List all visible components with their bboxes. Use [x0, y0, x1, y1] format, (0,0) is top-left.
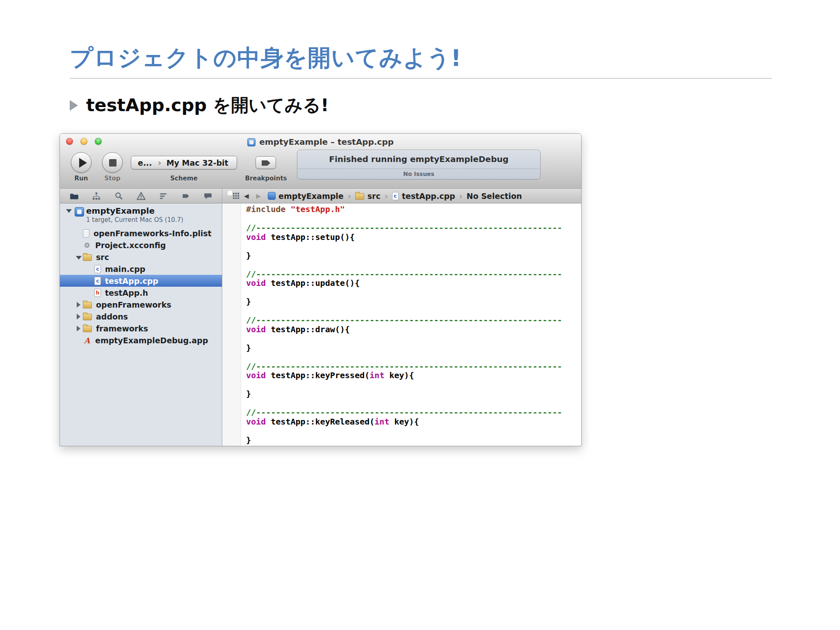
sidebar-item[interactable]: openFrameworks-Info.plist: [60, 227, 222, 239]
debug-navigator-icon[interactable]: [159, 192, 168, 201]
sidebar-item-label: Project.xcconfig: [95, 241, 166, 250]
disclosure-closed-icon[interactable]: [75, 299, 83, 310]
breadcrumb-file[interactable]: c testApp.cpp: [392, 192, 455, 201]
sidebar-item[interactable]: cmain.cpp: [60, 263, 222, 275]
code-line: //--------------------------------------…: [246, 269, 581, 279]
stop-icon: [109, 159, 116, 167]
code-line: [246, 242, 581, 251]
folder-icon: [83, 302, 92, 308]
code-line: void testApp::draw(){: [246, 325, 581, 334]
breadcrumb-label: emptyExample: [278, 192, 344, 201]
breakpoint-navigator-icon[interactable]: [181, 192, 190, 201]
project-document-icon: [247, 138, 256, 146]
breadcrumb-label: src: [368, 192, 381, 201]
sidebar-item[interactable]: htestApp.h: [60, 287, 222, 299]
project-name: emptyExample: [86, 206, 155, 216]
scheme-selector[interactable]: e... › My Mac 32-bit: [131, 156, 237, 169]
sidebar-item[interactable]: ⚙Project.xcconfig: [60, 239, 222, 251]
code-line: [246, 214, 581, 224]
scheme-left-segment[interactable]: e...: [131, 158, 158, 167]
search-navigator-icon[interactable]: [114, 192, 123, 201]
navigator-selector: [63, 189, 219, 203]
gear-icon: ⚙: [83, 241, 91, 249]
disclosure-open-icon[interactable]: [75, 251, 83, 263]
code-line: }: [246, 297, 581, 306]
sidebar-item-label: openFrameworks-Info.plist: [94, 229, 212, 238]
run-button[interactable]: [71, 152, 91, 173]
breadcrumb-project[interactable]: emptyExample: [268, 192, 344, 201]
code-line: //--------------------------------------…: [246, 315, 581, 325]
stop-button[interactable]: [102, 152, 123, 173]
h-icon: h: [94, 289, 101, 297]
code-area[interactable]: #include "testApp.h" //-----------------…: [246, 205, 581, 445]
breadcrumb-selection[interactable]: No Selection: [467, 192, 522, 201]
code-line: [246, 288, 581, 297]
sidebar-item[interactable]: addons: [60, 310, 222, 322]
code-line: [246, 306, 581, 316]
related-items-icon[interactable]: [231, 192, 240, 201]
chevron-right-icon: ›: [158, 158, 162, 168]
sidebar-project-row[interactable]: emptyExample 1 target, Current Mac OS (1…: [60, 203, 222, 226]
sidebar-item-label: src: [96, 253, 109, 262]
disclosure-open-icon[interactable]: [65, 204, 73, 216]
stop-label: Stop: [96, 175, 128, 182]
sidebar-item[interactable]: ctestApp.cpp: [60, 275, 222, 287]
issue-navigator-icon[interactable]: [137, 192, 146, 201]
activity-viewer: Finished running emptyExampleDebug No Is…: [297, 150, 541, 180]
jump-bar: ◀ ▶ emptyExample › src › c testApp.cpp ›…: [226, 189, 579, 203]
code-line: [246, 426, 581, 436]
code-line: //--------------------------------------…: [246, 223, 581, 233]
code-line: [246, 334, 581, 343]
sidebar-item[interactable]: AemptyExampleDebug.app: [60, 334, 222, 346]
project-icon: [75, 207, 84, 217]
code-line: }: [246, 389, 581, 399]
code-line: [246, 352, 581, 362]
code-line: [246, 260, 581, 269]
breakpoints-button[interactable]: [256, 156, 276, 169]
breadcrumb-label: No Selection: [467, 192, 522, 201]
sidebar-item-label: openFrameworks: [96, 300, 171, 309]
code-editor[interactable]: #include "testApp.h" //-----------------…: [222, 203, 581, 446]
code-line: //--------------------------------------…: [246, 362, 581, 371]
sidebar-item-label: testApp.cpp: [105, 276, 158, 285]
log-navigator-icon[interactable]: [203, 192, 212, 201]
project-navigator-icon[interactable]: [70, 192, 79, 201]
code-line: }: [246, 251, 581, 260]
folder-icon: [83, 326, 92, 332]
bullet-row: testApp.cpp を開いてみる!: [70, 94, 329, 117]
code-line: }: [246, 343, 581, 353]
activity-issues-text: No Issues: [297, 169, 540, 180]
symbol-navigator-icon[interactable]: [92, 192, 101, 201]
editor-gutter: [222, 203, 241, 446]
sidebar-item[interactable]: openFrameworks: [60, 299, 222, 310]
app-icon: A: [83, 336, 91, 345]
code-line: void testApp::keyPressed(int key){: [246, 371, 581, 380]
panel-divider[interactable]: [222, 189, 222, 446]
code-line: //--------------------------------------…: [246, 408, 581, 417]
breadcrumb-src[interactable]: src: [355, 192, 381, 201]
forward-button[interactable]: ▶: [256, 192, 261, 200]
scheme-right-segment[interactable]: My Mac 32-bit: [167, 158, 228, 167]
xcode-window: emptyExample – testApp.cpp Run Stop e...…: [59, 133, 582, 446]
slide-title: プロジェクトの中身を開いてみよう!: [70, 43, 462, 74]
sidebar-item[interactable]: src: [60, 251, 222, 263]
sidebar-item[interactable]: frameworks: [60, 322, 222, 334]
breadcrumb-label: testApp.cpp: [402, 192, 455, 201]
breadcrumb-separator-icon: ›: [348, 191, 351, 201]
folder-icon: [83, 254, 92, 261]
disclosure-closed-icon[interactable]: [75, 310, 83, 322]
bullet-text: testApp.cpp を開いてみる!: [86, 94, 329, 117]
cpp-icon: c: [94, 265, 101, 273]
play-icon: [79, 158, 87, 168]
breadcrumb-separator-icon: ›: [385, 191, 388, 201]
run-label: Run: [65, 175, 97, 182]
code-line: [246, 380, 581, 390]
code-line: #include "testApp.h": [246, 205, 581, 214]
window-title-text: emptyExample – testApp.cpp: [259, 137, 394, 147]
cpp-file-icon: c: [392, 192, 399, 200]
sidebar-item-label: main.cpp: [105, 265, 145, 274]
back-button[interactable]: ◀: [244, 192, 249, 200]
project-icon: [268, 192, 276, 200]
disclosure-closed-icon[interactable]: [75, 322, 83, 334]
folder-icon: [83, 314, 92, 320]
